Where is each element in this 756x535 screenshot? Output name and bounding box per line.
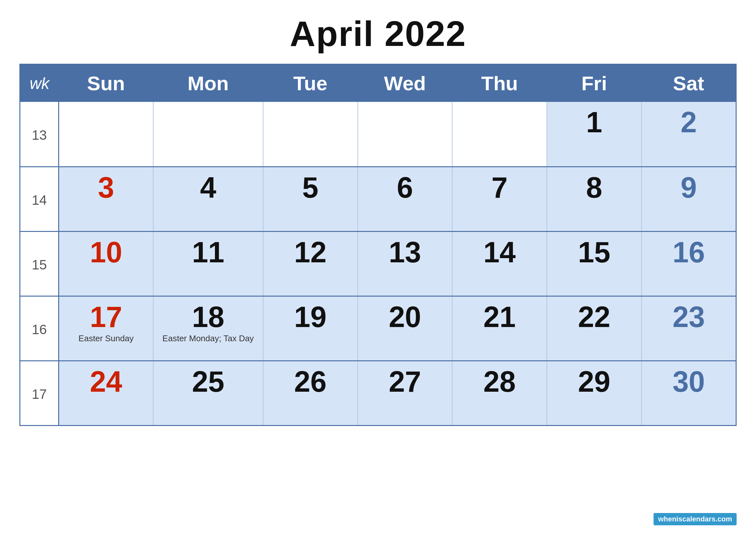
day-number-17: 17 [66, 302, 147, 331]
day-cell-6: 6 [358, 167, 452, 231]
day-cell-15: 15 [547, 231, 642, 296]
day-number-1: 1 [554, 108, 635, 137]
day-number-12: 12 [270, 238, 351, 267]
day-cell-14: 14 [452, 231, 547, 296]
day-cell-17: 17Easter Sunday [59, 296, 153, 361]
day-cell-empty [153, 102, 263, 167]
header-row: wk Sun Mon Tue Wed Thu Fri Sat [20, 64, 736, 102]
day-number-15: 15 [554, 238, 635, 267]
day-cell-30: 30 [642, 361, 736, 425]
day-cell-29: 29 [547, 361, 642, 425]
day-number-9: 9 [648, 173, 729, 202]
header-wk: wk [20, 64, 59, 102]
header-thu: Thu [452, 64, 547, 102]
day-number-30: 30 [648, 367, 729, 396]
day-cell-5: 5 [263, 167, 358, 231]
day-number-23: 23 [648, 302, 729, 331]
day-cell-24: 24 [59, 361, 153, 425]
wk-cell-13: 13 [20, 102, 59, 167]
day-number-25: 25 [160, 367, 256, 396]
calendar-wrapper: wk Sun Mon Tue Wed Thu Fri Sat 131214345… [19, 64, 737, 426]
watermark-text: wheniscalendars.com [658, 515, 732, 523]
day-cell-empty [59, 102, 153, 167]
day-number-6: 6 [364, 173, 446, 202]
day-cell-28: 28 [452, 361, 547, 425]
day-cell-22: 22 [547, 296, 642, 361]
day-number-21: 21 [459, 302, 540, 331]
calendar-row-14: 143456789 [20, 167, 736, 231]
day-cell-25: 25 [153, 361, 263, 425]
calendar-row-15: 1510111213141516 [20, 231, 736, 296]
wk-cell-17: 17 [20, 361, 59, 425]
day-cell-23: 23 [642, 296, 736, 361]
day-cell-27: 27 [358, 361, 452, 425]
calendar-row-13: 1312 [20, 102, 736, 167]
header-mon: Mon [153, 64, 263, 102]
day-number-18: 18 [160, 302, 256, 331]
header-wed: Wed [358, 64, 452, 102]
day-number-27: 27 [364, 367, 446, 396]
day-number-13: 13 [364, 238, 446, 267]
day-number-19: 19 [270, 302, 351, 331]
header-tue: Tue [263, 64, 358, 102]
day-number-28: 28 [459, 367, 540, 396]
day-number-24: 24 [66, 367, 147, 396]
day-number-16: 16 [648, 238, 729, 267]
page-title: April 2022 [290, 13, 466, 54]
day-cell-empty [452, 102, 547, 167]
day-cell-10: 10 [59, 231, 153, 296]
day-cell-3: 3 [59, 167, 153, 231]
day-cell-empty [263, 102, 358, 167]
day-cell-26: 26 [263, 361, 358, 425]
calendar-row-16: 1617Easter Sunday18Easter Monday; Tax Da… [20, 296, 736, 361]
calendar-table: wk Sun Mon Tue Wed Thu Fri Sat 131214345… [19, 64, 737, 426]
day-cell-13: 13 [358, 231, 452, 296]
day-cell-19: 19 [263, 296, 358, 361]
day-number-29: 29 [554, 367, 635, 396]
day-number-8: 8 [554, 173, 635, 202]
day-number-11: 11 [160, 238, 256, 267]
wk-cell-16: 16 [20, 296, 59, 361]
wk-cell-15: 15 [20, 231, 59, 296]
day-number-22: 22 [554, 302, 635, 331]
day-number-3: 3 [66, 173, 147, 202]
day-cell-2: 2 [642, 102, 736, 167]
day-number-2: 2 [648, 108, 729, 137]
day-cell-12: 12 [263, 231, 358, 296]
header-sat: Sat [642, 64, 736, 102]
day-cell-1: 1 [547, 102, 642, 167]
day-cell-18: 18Easter Monday; Tax Day [153, 296, 263, 361]
day-cell-20: 20 [358, 296, 452, 361]
day-cell-21: 21 [452, 296, 547, 361]
day-number-5: 5 [270, 173, 351, 202]
day-cell-7: 7 [452, 167, 547, 231]
header-fri: Fri [547, 64, 642, 102]
day-cell-8: 8 [547, 167, 642, 231]
wk-cell-14: 14 [20, 167, 59, 231]
day-cell-empty [358, 102, 452, 167]
day-number-20: 20 [364, 302, 446, 331]
day-number-7: 7 [459, 173, 540, 202]
day-number-4: 4 [160, 173, 256, 202]
watermark: wheniscalendars.com [654, 513, 737, 525]
day-number-14: 14 [459, 238, 540, 267]
header-sun: Sun [59, 64, 153, 102]
day-cell-4: 4 [153, 167, 263, 231]
day-number-10: 10 [66, 238, 147, 267]
day-number-26: 26 [270, 367, 351, 396]
calendar-row-17: 1724252627282930 [20, 361, 736, 425]
day-cell-9: 9 [642, 167, 736, 231]
holiday-label-17: Easter Sunday [66, 333, 147, 344]
day-cell-16: 16 [642, 231, 736, 296]
day-cell-11: 11 [153, 231, 263, 296]
holiday-label-18: Easter Monday; Tax Day [160, 333, 256, 344]
